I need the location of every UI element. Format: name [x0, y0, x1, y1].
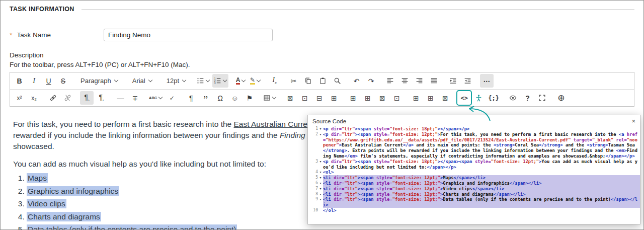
- blockquote-button[interactable]: ”: [199, 91, 212, 105]
- insert-content-button[interactable]: ⊕: [554, 91, 568, 105]
- row-properties-button[interactable]: ⊡: [390, 91, 404, 105]
- table-select[interactable]: [262, 91, 278, 105]
- page-break-button[interactable]: ∓: [128, 91, 142, 105]
- clear-formatting-button[interactable]: Ix: [268, 74, 281, 88]
- font-family-select[interactable]: Arial: [127, 74, 156, 88]
- insert-row-above-button[interactable]: ⊞: [346, 91, 360, 105]
- underline-button[interactable]: U: [42, 74, 55, 88]
- selected-text: Video clips: [27, 199, 66, 208]
- strikethrough-icon: S: [61, 78, 65, 85]
- fold-marker-icon: ▾: [318, 197, 323, 202]
- paste-icon: [319, 77, 327, 85]
- code-text: <li dir="ltr"><span style="font-size: 12…: [323, 181, 640, 186]
- rtl-button[interactable]: ¶‹: [95, 91, 108, 105]
- align-justify-button[interactable]: [427, 74, 441, 88]
- insert-row-below-button[interactable]: ⊞: [361, 91, 374, 105]
- code-line: 6▾<li dir="ltr"><span style="font-size: …: [308, 181, 640, 186]
- numbered-list-button[interactable]: [212, 74, 228, 88]
- line-number: 3: [308, 159, 318, 165]
- special-character-button[interactable]: Ω: [213, 91, 227, 105]
- undo-button[interactable]: ↶: [350, 74, 363, 88]
- paragraph-format-select[interactable]: Paragraph: [75, 74, 122, 88]
- preview-icon: [509, 94, 517, 102]
- chevron-down-icon: [114, 78, 118, 82]
- italic-button[interactable]: I: [27, 74, 41, 88]
- font-size-select[interactable]: 12pt: [162, 74, 190, 88]
- align-center-button[interactable]: [398, 74, 412, 88]
- table-cell-properties-button[interactable]: ⊡: [298, 91, 311, 105]
- bold-button[interactable]: B: [13, 74, 26, 88]
- delete-table-button[interactable]: ⊠: [283, 91, 297, 105]
- task-name-input[interactable]: [104, 29, 273, 41]
- outdent-button[interactable]: [461, 74, 474, 88]
- code-line: 7▾<li dir="ltr"><span style="font-size: …: [308, 186, 640, 192]
- code-sample-button[interactable]: {;}: [487, 91, 501, 105]
- font-size-select-label: 12pt: [165, 77, 181, 85]
- fold-marker-icon: ▾: [318, 170, 323, 175]
- accessibility-checker-button[interactable]: [472, 91, 486, 105]
- fold-marker-icon: ▾: [318, 159, 323, 165]
- bold-icon: B: [17, 78, 22, 85]
- emoticons-button[interactable]: ☺: [228, 91, 242, 105]
- bullet-list-button[interactable]: [195, 74, 211, 88]
- code-text: <li dir="ltr"><span style="font-size: 12…: [323, 186, 640, 192]
- section-divider: [82, 9, 634, 10]
- chevron-down-icon: [242, 78, 246, 82]
- remove-link-button[interactable]: [61, 91, 74, 105]
- split-cell-button[interactable]: ⊞: [327, 91, 341, 105]
- help-button[interactable]: ?: [521, 91, 534, 105]
- page-break-icon: ∓: [132, 95, 138, 102]
- fullscreen-icon: [538, 94, 546, 102]
- fold-marker-icon: ▾: [318, 192, 323, 197]
- align-left-button[interactable]: [383, 74, 397, 88]
- line-number: 4: [308, 170, 318, 175]
- spellcheck-toggle-button[interactable]: ✓: [165, 91, 179, 105]
- insert-link-icon: [49, 94, 57, 102]
- table-icon: [263, 94, 271, 102]
- horizontal-rule-icon: —: [117, 95, 124, 102]
- paste-button[interactable]: [316, 74, 330, 88]
- special-character-icon: Ω: [218, 95, 223, 102]
- ltr-icon: ¶›: [84, 94, 89, 103]
- code-text: <p dir="ltr"><span style="font-size: 18p…: [323, 159, 640, 170]
- chevron-down-icon: [158, 95, 163, 99]
- align-right-button[interactable]: [413, 74, 426, 88]
- clear-formatting-icon: Ix: [272, 76, 276, 85]
- subscript-button[interactable]: x₂: [27, 91, 41, 105]
- source-code-button[interactable]: <>: [457, 91, 471, 105]
- preview-button[interactable]: [506, 91, 520, 105]
- strikethrough-button[interactable]: S: [56, 74, 70, 88]
- cut-button[interactable]: ✂: [287, 74, 300, 88]
- insert-link-button[interactable]: [46, 91, 60, 105]
- line-number: 9: [308, 197, 318, 202]
- redo-button[interactable]: ↷: [364, 74, 378, 88]
- insert-column-after-button[interactable]: ⊞: [424, 91, 437, 105]
- description-label: Description: [10, 51, 634, 59]
- fullscreen-button[interactable]: [535, 91, 549, 105]
- anchor-bookmark-button[interactable]: ⚑: [243, 91, 256, 105]
- horizontal-rule-button[interactable]: —: [114, 91, 127, 105]
- show-invisibles-icon: ¶: [189, 95, 193, 102]
- merge-cells-button[interactable]: ⊟: [312, 91, 326, 105]
- superscript-button[interactable]: x²: [13, 91, 26, 105]
- show-invisibles-button[interactable]: ¶: [184, 91, 198, 105]
- close-icon[interactable]: ×: [631, 118, 635, 124]
- copy-button[interactable]: [301, 74, 315, 88]
- delete-row-button[interactable]: ⊠: [375, 91, 389, 105]
- source-code-editor[interactable]: 1▾<p dir="ltr"><span style="font-size: 1…: [308, 125, 640, 221]
- delete-column-button[interactable]: ⊠: [438, 91, 452, 105]
- source-code-icon: <>: [461, 95, 468, 101]
- chevron-down-icon: [182, 78, 186, 82]
- spellcheck-select[interactable]: ABC: [147, 91, 164, 105]
- paragraph-format-select-label: Paragraph: [79, 77, 113, 85]
- ltr-button[interactable]: ¶›: [80, 91, 94, 105]
- text-color-button[interactable]: A: [234, 74, 248, 88]
- rtl-icon: ¶‹: [99, 94, 104, 103]
- indent-button[interactable]: [446, 74, 460, 88]
- row-properties-icon: ⊡: [394, 95, 400, 102]
- text-color-icon: A: [236, 77, 240, 85]
- insert-column-before-button[interactable]: ⊞: [409, 91, 423, 105]
- more-toolbar-options-button[interactable]: ⋯: [480, 74, 494, 88]
- background-color-button[interactable]: ✎: [249, 74, 262, 88]
- find-replace-button[interactable]: [331, 74, 344, 88]
